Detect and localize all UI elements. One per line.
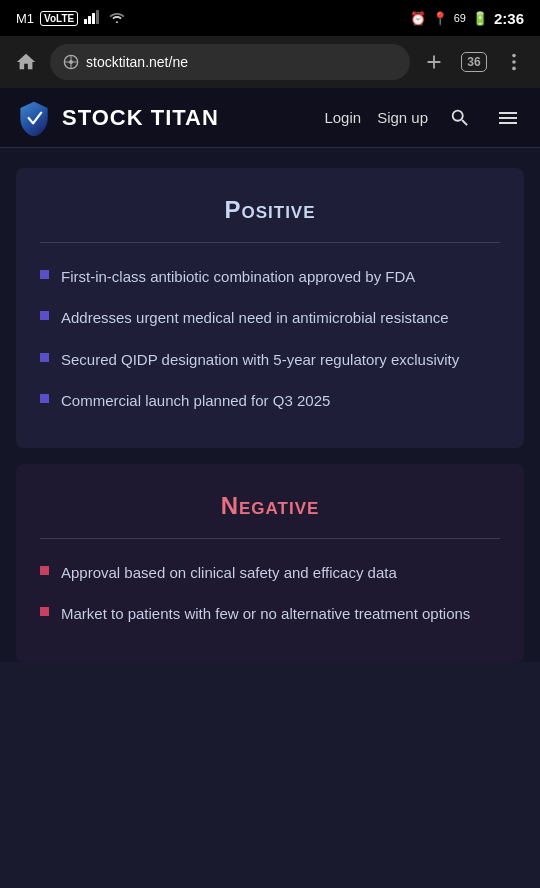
negative-title: Negative xyxy=(40,492,500,520)
positive-divider xyxy=(40,242,500,243)
tab-count-label: 36 xyxy=(461,52,486,72)
svg-point-8 xyxy=(512,54,516,58)
bullet-icon xyxy=(40,607,49,616)
bullet-icon xyxy=(40,311,49,320)
status-bar: M1 VoLTE ⏰ 📍 69 🔋 2:36 xyxy=(0,0,540,36)
list-item: First-in-class antibiotic combination ap… xyxy=(40,265,500,288)
negative-bullet-list: Approval based on clinical safety and ef… xyxy=(40,561,500,626)
list-item: Market to patients with few or no altern… xyxy=(40,602,500,625)
carrier-label: M1 xyxy=(16,11,34,26)
location-icon: 📍 xyxy=(432,11,448,26)
tab-switcher-button[interactable]: 36 xyxy=(458,46,490,78)
bullet-icon xyxy=(40,270,49,279)
url-text: stocktitan.net/ne xyxy=(86,54,188,70)
status-right: ⏰ 📍 69 🔋 2:36 xyxy=(410,10,524,27)
positive-title: Positive xyxy=(40,196,500,224)
nav-links: Login Sign up xyxy=(324,102,524,134)
top-spacer xyxy=(0,148,540,168)
bullet-text: Addresses urgent medical need in antimic… xyxy=(61,306,449,329)
bullet-text: First-in-class antibiotic combination ap… xyxy=(61,265,415,288)
bullet-text: Secured QIDP designation with 5-year reg… xyxy=(61,348,459,371)
hamburger-button[interactable] xyxy=(492,102,524,134)
svg-rect-1 xyxy=(88,16,91,24)
bullet-text: Market to patients with few or no altern… xyxy=(61,602,470,625)
wifi-icon xyxy=(108,10,126,27)
logo-icon xyxy=(16,100,52,136)
alarm-icon: ⏰ xyxy=(410,11,426,26)
bullet-text: Approval based on clinical safety and ef… xyxy=(61,561,397,584)
bullet-icon xyxy=(40,353,49,362)
site-logo[interactable]: STOCK TITAN xyxy=(16,100,219,136)
positive-section: Positive First-in-class antibiotic combi… xyxy=(16,168,524,448)
site-shield-icon xyxy=(62,53,80,71)
svg-point-10 xyxy=(512,67,516,71)
negative-section: Negative Approval based on clinical safe… xyxy=(16,464,524,662)
new-tab-button[interactable] xyxy=(418,46,450,78)
content-area: Positive First-in-class antibiotic combi… xyxy=(0,148,540,662)
bullet-text: Commercial launch planned for Q3 2025 xyxy=(61,389,330,412)
signup-link[interactable]: Sign up xyxy=(377,109,428,126)
list-item: Approval based on clinical safety and ef… xyxy=(40,561,500,584)
browser-bar: stocktitan.net/ne 36 xyxy=(0,36,540,88)
svg-point-9 xyxy=(512,60,516,64)
svg-rect-2 xyxy=(92,13,95,24)
bullet-icon xyxy=(40,394,49,403)
time-label: 2:36 xyxy=(494,10,524,27)
status-left: M1 VoLTE xyxy=(16,10,126,27)
menu-button[interactable] xyxy=(498,46,530,78)
bullet-icon xyxy=(40,566,49,575)
negative-divider xyxy=(40,538,500,539)
login-link[interactable]: Login xyxy=(324,109,361,126)
battery-label: 69 xyxy=(454,12,466,24)
svg-rect-0 xyxy=(84,19,87,24)
signal-icon xyxy=(84,10,102,27)
url-bar[interactable]: stocktitan.net/ne xyxy=(50,44,410,80)
nav-bar: STOCK TITAN Login Sign up xyxy=(0,88,540,148)
home-button[interactable] xyxy=(10,46,42,78)
list-item: Secured QIDP designation with 5-year reg… xyxy=(40,348,500,371)
battery-icon: 🔋 xyxy=(472,11,488,26)
list-item: Addresses urgent medical need in antimic… xyxy=(40,306,500,329)
list-item: Commercial launch planned for Q3 2025 xyxy=(40,389,500,412)
positive-bullet-list: First-in-class antibiotic combination ap… xyxy=(40,265,500,412)
search-button[interactable] xyxy=(444,102,476,134)
volte-badge: VoLTE xyxy=(40,11,78,26)
svg-rect-3 xyxy=(96,10,99,24)
logo-text: STOCK TITAN xyxy=(62,105,219,131)
